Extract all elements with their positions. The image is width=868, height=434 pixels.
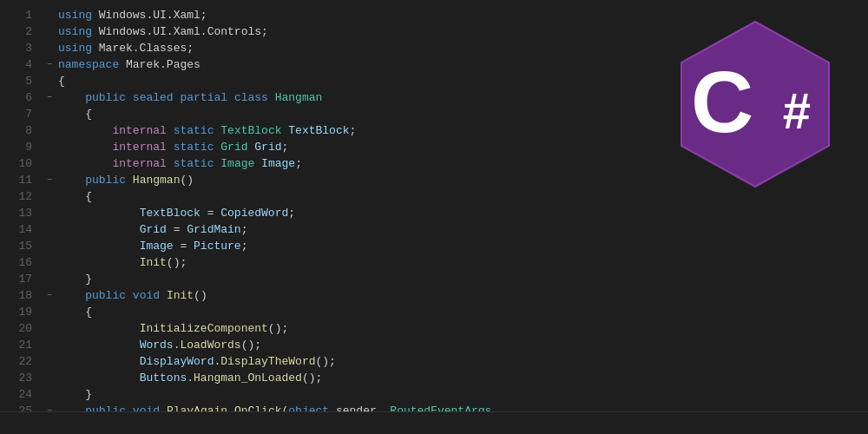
token-14-3: ; (288, 205, 295, 221)
token-14-0: TextBlock (140, 205, 201, 221)
token-9-1 (167, 122, 174, 139)
expand-icon-7[interactable]: − (43, 91, 56, 105)
token-14-1: = (201, 205, 220, 221)
indent-19 (58, 287, 85, 304)
token-12-3: () (180, 172, 194, 188)
token-11-5 (254, 155, 261, 172)
token-22-3: (); (241, 337, 261, 353)
indent-18 (58, 271, 85, 287)
token-11-4: Image (220, 155, 254, 172)
token-9-3 (214, 122, 220, 139)
token-10-0: internal (112, 139, 166, 155)
token-26-8: RoutedEventArgs (390, 403, 491, 411)
token-1-0: using (58, 7, 92, 23)
token-22-1: . (174, 337, 181, 353)
indent-16 (58, 238, 140, 254)
expand-icon-26[interactable]: − (43, 404, 56, 412)
line-number-16: 16 (7, 254, 32, 271)
token-10-6: Grid (254, 139, 281, 155)
line-number-14: 14 (7, 221, 32, 238)
token-9-0: internal (112, 122, 166, 139)
token-7-3 (174, 89, 181, 106)
token-2-0: using (58, 23, 92, 40)
token-12-1 (126, 172, 133, 188)
token-7-4: partial (180, 89, 227, 106)
indent-7 (58, 89, 85, 106)
token-15-2: GridMain (187, 221, 240, 238)
token-22-0: Words (140, 337, 174, 353)
code-line-20: { (43, 304, 868, 320)
indent-15 (58, 221, 140, 238)
code-line-17: Init(); (43, 254, 868, 271)
line-number-1: 1 (7, 7, 32, 23)
indent-21 (58, 320, 140, 337)
token-1-1: Windows.UI.Xaml; (92, 7, 207, 23)
line-number-7: 7 (7, 106, 32, 122)
token-10-4: Grid (220, 139, 247, 155)
indent-10 (58, 139, 112, 155)
token-24-0: Buttons (140, 370, 187, 386)
code-line-23: DisplayWord.DisplayTheWord(); (43, 353, 868, 370)
token-11-0: internal (112, 155, 166, 172)
token-15-1: = (167, 221, 187, 238)
token-19-0: public (85, 287, 126, 304)
token-20-0: { (85, 304, 92, 320)
code-line-16: Image = Picture; (43, 238, 868, 254)
code-line-21: InitializeComponent(); (43, 320, 868, 337)
line-numbers: 1234567891011121314151617181920212223242… (0, 5, 39, 411)
line-number-12: 12 (7, 188, 32, 205)
indent-22 (58, 337, 140, 353)
token-18-0: } (85, 271, 92, 287)
code-line-26: − public void PlayAgain_OnClick(object s… (43, 403, 868, 411)
token-16-0: Image (140, 238, 174, 254)
code-line-19: − public void Init() (43, 287, 868, 304)
token-3-0: using (58, 40, 92, 56)
token-26-4: PlayAgain_OnClick (167, 403, 282, 411)
token-17-1: (); (167, 254, 187, 271)
token-7-5 (227, 89, 234, 106)
token-26-7: sender, (329, 403, 390, 411)
code-line-22: Words.LoadWords(); (43, 337, 868, 353)
token-26-1 (126, 403, 133, 411)
indent-25 (58, 386, 85, 403)
indent-24 (58, 370, 140, 386)
line-number-18: 18 (7, 287, 32, 304)
token-23-0: DisplayWord (140, 353, 214, 370)
indent-20 (58, 304, 85, 320)
line-number-11: 11 (7, 172, 32, 188)
token-26-0: public (85, 403, 126, 411)
indent-9 (58, 122, 112, 139)
token-12-2: Hangman (133, 172, 181, 188)
token-14-2: CopiedWord (220, 205, 288, 221)
token-9-7: ; (350, 122, 357, 139)
token-19-3 (160, 287, 167, 304)
token-23-3: (); (315, 353, 335, 370)
token-5-1: Marek.Pages (119, 56, 201, 73)
token-10-3 (214, 139, 220, 155)
expand-icon-5[interactable]: − (43, 58, 56, 72)
token-7-2: sealed (133, 89, 174, 106)
line-number-8: 8 (7, 122, 32, 139)
line-number-22: 22 (7, 353, 32, 370)
token-26-2: void (133, 403, 160, 411)
token-24-3: (); (302, 370, 322, 386)
line-number-2: 2 (7, 23, 32, 40)
token-8-0: { (85, 106, 92, 122)
token-2-1: Windows.UI.Xaml.Controls; (92, 23, 268, 40)
token-10-7: ; (282, 139, 289, 155)
token-7-1 (126, 89, 133, 106)
indent-8 (58, 106, 85, 122)
code-line-24: Buttons.Hangman_OnLoaded(); (43, 370, 868, 386)
indent-12 (58, 172, 85, 188)
token-23-2: DisplayTheWord (220, 353, 315, 370)
token-7-0: public (85, 89, 126, 106)
token-3-1: Marek.Classes; (92, 40, 194, 56)
token-11-1 (167, 155, 174, 172)
expand-icon-12[interactable]: − (43, 174, 56, 187)
token-12-0: public (85, 172, 126, 188)
line-number-9: 9 (7, 139, 32, 155)
token-24-2: Hangman_OnLoaded (194, 370, 302, 386)
expand-icon-19[interactable]: − (43, 289, 56, 303)
indent-23 (58, 353, 140, 370)
token-15-3: ; (241, 221, 248, 238)
